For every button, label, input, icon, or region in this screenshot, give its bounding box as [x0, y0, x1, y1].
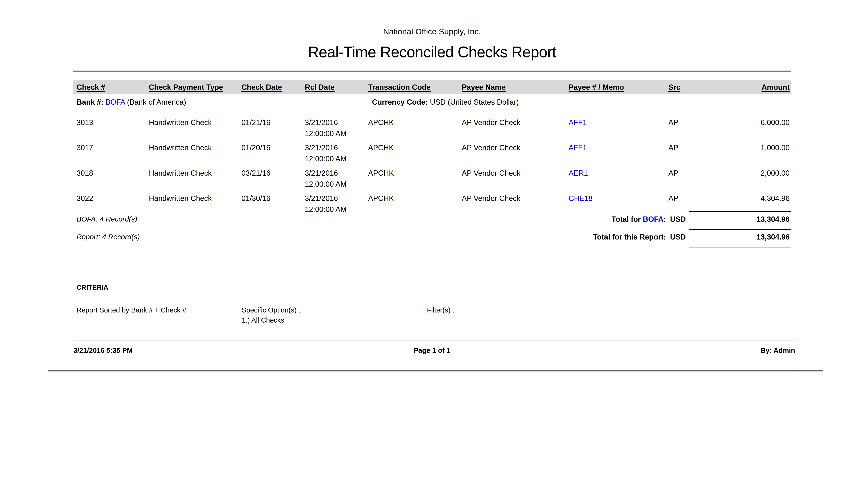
- table-header-row: Check # Check Payment Type Check Date Rc…: [76, 82, 790, 93]
- rcl-date: 3/21/2016: [305, 193, 368, 204]
- criteria-filters-label: Filter(s) :: [427, 306, 454, 314]
- cell-payment-type: Handwritten Check: [149, 168, 241, 190]
- cell-payee-name: AP Vendor Check: [462, 193, 568, 215]
- cell-payment-type: Handwritten Check: [149, 117, 241, 139]
- bank-total-amount: 13,304.96: [756, 215, 790, 224]
- total-rule: [689, 247, 791, 248]
- cell-payee-name: AP Vendor Check: [462, 168, 568, 190]
- col-header-src: Src: [668, 82, 719, 93]
- cell-transaction-code: APCHK: [368, 117, 462, 139]
- bank-group-line: Bank #: BOFA (Bank of America) Currency …: [76, 98, 790, 107]
- cell-rcl-date: 3/21/2016 12:00:00 AM: [305, 142, 368, 164]
- cell-transaction-code: APCHK: [368, 193, 462, 215]
- rcl-time: 12:00:00 AM: [305, 204, 368, 215]
- payee-memo-link[interactable]: CHE18: [568, 194, 592, 203]
- cell-check-date: 01/30/16: [241, 193, 305, 215]
- bank-code-link[interactable]: BOFA: [106, 98, 125, 106]
- col-header-payee-name: Payee Name: [462, 82, 568, 93]
- total-rule: [689, 229, 791, 230]
- report-record-count: Report: 4 Record(s): [76, 233, 140, 241]
- col-header-rcl-date: Rcl Date: [305, 82, 368, 93]
- col-header-payee-memo: Payee # / Memo: [568, 82, 668, 93]
- col-header-amount: Amount: [719, 82, 790, 93]
- cell-src: AP: [668, 117, 719, 139]
- criteria-specific-options-value: 1.) All Checks: [242, 316, 284, 324]
- col-header-payment-type: Check Payment Type: [149, 82, 241, 93]
- payee-memo-link[interactable]: AER1: [568, 169, 588, 177]
- cell-rcl-date: 3/21/2016 12:00:00 AM: [305, 168, 368, 190]
- cell-check-date: 03/21/16: [241, 168, 305, 190]
- cell-check-no: 3017: [76, 142, 149, 164]
- rcl-date: 3/21/2016: [305, 168, 368, 179]
- cell-src: AP: [668, 142, 719, 164]
- col-header-transaction-code: Transaction Code: [368, 82, 462, 93]
- report-total-row: Report: 4 Record(s) Total for this Repor…: [73, 233, 791, 244]
- cell-check-date: 01/20/16: [241, 142, 305, 164]
- cell-transaction-code: APCHK: [368, 168, 462, 190]
- report-page: National Office Supply, Inc. Real-Time R…: [0, 0, 864, 504]
- rcl-time: 12:00:00 AM: [305, 128, 368, 139]
- currency-value: USD (United States Dollar): [430, 98, 519, 106]
- cell-transaction-code: APCHK: [368, 142, 462, 164]
- rcl-date: 3/21/2016: [305, 142, 368, 153]
- cell-amount: 2,000.00: [719, 168, 790, 190]
- cell-rcl-date: 3/21/2016 12:00:00 AM: [305, 117, 368, 139]
- page-title: Real-Time Reconciled Checks Report: [0, 43, 864, 61]
- bank-name: (Bank of America): [127, 98, 186, 106]
- footer-page-number: Page 1 of 1: [0, 347, 864, 355]
- cell-payment-type: Handwritten Check: [149, 142, 241, 164]
- payee-memo-link[interactable]: AFF1: [568, 144, 587, 152]
- criteria-heading: CRITERIA: [76, 284, 108, 291]
- table-row: 3022 Handwritten Check 01/30/16 3/21/201…: [76, 193, 790, 215]
- bank-label: Bank #:: [76, 98, 104, 106]
- cell-amount: 1,000.00: [719, 142, 790, 164]
- bank-total-currency: USD: [670, 215, 686, 224]
- cell-payment-type: Handwritten Check: [149, 193, 241, 215]
- cell-check-no: 3022: [76, 193, 149, 215]
- currency-label: Currency Code:: [372, 98, 428, 106]
- bank-total-label-suffix: :: [663, 215, 666, 224]
- payee-memo-link[interactable]: AFF1: [568, 118, 587, 127]
- cell-rcl-date: 3/21/2016 12:00:00 AM: [305, 193, 368, 215]
- bank-total-label-prefix: Total for: [612, 215, 643, 224]
- bank-total-row: BOFA: 4 Record(s) Total for BOFA: USD 13…: [73, 215, 791, 226]
- company-name: National Office Supply, Inc.: [0, 27, 864, 36]
- bank-total-label: Total for BOFA:: [612, 215, 666, 224]
- cell-check-no: 3018: [76, 168, 149, 190]
- rcl-date: 3/21/2016: [305, 117, 368, 128]
- table-row: 3018 Handwritten Check 03/21/16 3/21/201…: [76, 168, 790, 190]
- cell-check-date: 01/21/16: [241, 117, 305, 139]
- bottom-rule-light: [48, 371, 823, 372]
- rcl-time: 12:00:00 AM: [305, 153, 368, 164]
- top-rule-light: [73, 75, 791, 75]
- footer-rule: [73, 340, 797, 341]
- cell-payee-name: AP Vendor Check: [462, 142, 568, 164]
- report-total-currency: USD: [670, 233, 686, 241]
- bank-total-code-link[interactable]: BOFA: [643, 215, 663, 224]
- col-header-check-no: Check #: [76, 82, 149, 93]
- report-total-label: Total for this Report:: [593, 233, 666, 241]
- cell-check-no: 3013: [76, 117, 149, 139]
- top-rule-dark: [73, 71, 791, 72]
- cell-src: AP: [668, 168, 719, 190]
- table-row: 3017 Handwritten Check 01/20/16 3/21/201…: [76, 142, 790, 164]
- criteria-specific-options-label: Specific Option(s) :: [242, 306, 300, 314]
- rcl-time: 12:00:00 AM: [305, 179, 368, 190]
- footer-run-by: By: Admin: [760, 347, 795, 355]
- col-header-check-date: Check Date: [241, 82, 305, 93]
- total-rule: [689, 211, 791, 212]
- cell-amount: 6,000.00: [719, 117, 790, 139]
- criteria-sorted-by: Report Sorted by Bank # + Check #: [76, 306, 186, 314]
- report-total-amount: 13,304.96: [756, 233, 790, 241]
- table-row: 3013 Handwritten Check 01/21/16 3/21/201…: [76, 117, 790, 139]
- bank-record-count: BOFA: 4 Record(s): [76, 215, 137, 223]
- cell-payee-name: AP Vendor Check: [462, 117, 568, 139]
